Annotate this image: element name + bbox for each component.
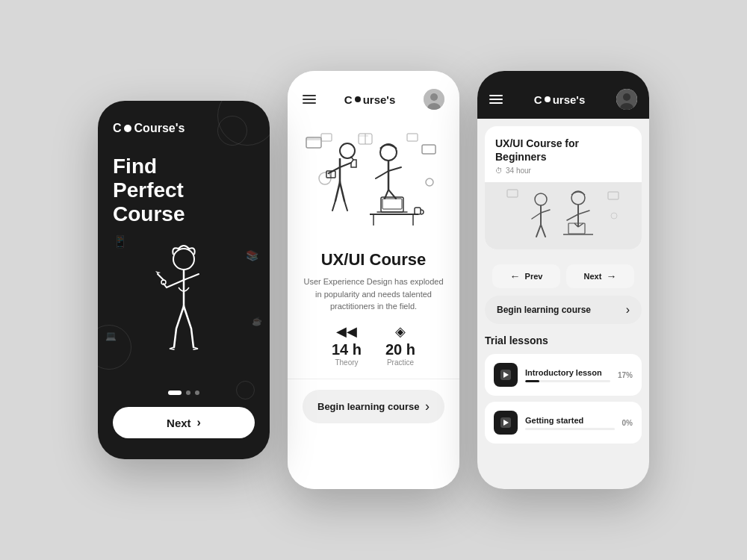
svg-point-13	[319, 172, 331, 184]
logo-light: C urse's	[344, 93, 395, 106]
svg-rect-20	[382, 199, 402, 209]
dot-3	[195, 391, 199, 395]
lesson-item-1[interactable]: Introductory lesson 17%	[485, 354, 642, 396]
logo3-text: urse's	[553, 93, 586, 106]
float-laptop-icon: 💻	[105, 331, 117, 341]
svg-rect-33	[608, 192, 619, 199]
screen-3-body: Begin learning course › Trial lessons In…	[477, 296, 649, 489]
course-card: UX/UI Course for Beginners ⏱ 34 hour	[485, 126, 642, 249]
next-label: Next	[167, 417, 191, 429]
dots-indicator	[168, 391, 199, 395]
svg-point-0	[173, 249, 194, 270]
lesson-icon-1	[494, 363, 518, 387]
play-icon	[500, 369, 512, 381]
logo2-text: urse's	[363, 93, 396, 106]
dot-1	[168, 391, 182, 395]
float-cup-icon: ☕	[252, 317, 262, 326]
svg-point-14	[340, 143, 355, 158]
practice-label: Practice	[385, 358, 415, 367]
float-phone-icon: 📱	[113, 234, 128, 249]
begin-arrow-icon: ›	[425, 399, 430, 414]
course-card-header: UX/UI Course for Beginners ⏱ 34 hour	[485, 126, 642, 182]
course-card-time: ⏱ 34 hour	[495, 167, 631, 175]
logo2-dot	[355, 96, 361, 102]
lesson-progress-fill-1	[525, 380, 539, 382]
begin-label-3: Begin learning course	[497, 305, 591, 315]
hamburger-menu[interactable]	[303, 95, 316, 104]
screen-1-illustration: 📱 📚 💻 ☕	[98, 227, 270, 379]
screen-1-title: Find Perfect Course	[98, 143, 270, 227]
svg-rect-32	[507, 190, 518, 197]
begin-label: Begin learning course	[317, 401, 420, 412]
lesson-info-1: Introductory lesson	[525, 368, 610, 382]
logo: C Course's	[113, 122, 185, 135]
course-description: User Experience Design has exploded in p…	[303, 276, 444, 313]
play-icon-2	[500, 417, 512, 429]
hamburger-line-1	[303, 95, 316, 96]
logo-3: C urse's	[534, 93, 585, 106]
title-line1: Find	[113, 155, 255, 178]
logo3-c: C	[534, 93, 542, 106]
logo-text: Course's	[134, 122, 185, 135]
trial-title: Trial lessons	[485, 335, 642, 346]
next-arrow-icon: ›	[197, 416, 201, 429]
time-text: 34 hour	[506, 167, 531, 175]
svg-rect-12	[321, 134, 332, 141]
practice-icon: ◈	[385, 323, 415, 340]
prev-label: Prev	[525, 272, 543, 281]
svg-point-5	[430, 93, 438, 101]
lesson-pct-2: 0%	[622, 419, 633, 427]
hamburger-line-w1	[489, 95, 503, 96]
lesson-pct-1: 17%	[618, 371, 633, 379]
begin-arrow-icon-3: ›	[626, 303, 630, 317]
logo2-c: C	[344, 93, 353, 106]
hamburger-line-2	[303, 99, 316, 100]
svg-point-30	[623, 93, 630, 101]
screen-2-content: UX/UI Course User Experience Design has …	[288, 238, 459, 489]
course-card-title: UX/UI Course for Beginners	[495, 137, 631, 164]
person-illustration	[150, 243, 217, 362]
next-button-3[interactable]: Next →	[566, 264, 635, 288]
logo-c: C	[113, 122, 122, 135]
theory-value: 14 h	[332, 341, 362, 358]
prev-button[interactable]: ← Prev	[492, 264, 561, 288]
svg-marker-3	[155, 271, 161, 274]
avatar[interactable]	[424, 89, 444, 110]
lesson-item-2[interactable]: Getting started 0%	[485, 402, 642, 444]
lesson-info-2: Getting started	[525, 416, 615, 430]
logo3-dot	[545, 96, 551, 102]
theory-label: Theory	[332, 358, 362, 367]
title-line2: Perfect Course	[113, 178, 255, 226]
svg-rect-19	[381, 197, 403, 212]
divider	[288, 379, 459, 379]
avatar-3[interactable]	[616, 89, 637, 110]
lesson-icon-2	[494, 411, 518, 435]
stat-theory: ◀◀ 14 h Theory	[332, 323, 362, 367]
screen-3-detail: C urse's UX/UI Course for Beginners ⏱ 34…	[477, 71, 649, 489]
svg-rect-8	[306, 138, 321, 140]
begin-learning-button[interactable]: Begin learning course ›	[303, 390, 444, 423]
lesson-progress-bar-2	[525, 428, 615, 430]
course-card-image	[485, 182, 642, 249]
svg-point-35	[535, 193, 547, 205]
stats-row: ◀◀ 14 h Theory ◈ 20 h Practice	[303, 323, 444, 367]
hamburger-line-w3	[489, 102, 503, 104]
svg-rect-25	[415, 208, 421, 214]
lesson-progress-bar-1	[525, 380, 610, 382]
lesson-name-2: Getting started	[525, 416, 615, 425]
next-button[interactable]: Next ›	[113, 407, 255, 438]
begin-learning-button-3[interactable]: Begin learning course ›	[485, 296, 642, 324]
stat-practice: ◈ 20 h Practice	[385, 323, 415, 367]
screen-3-header: C urse's	[477, 71, 649, 119]
screen-2-illustration	[288, 119, 459, 238]
svg-line-2	[158, 274, 164, 280]
screen-1-dark: C Course's Find Perfect Course 📱 📚 💻 ☕	[98, 101, 270, 459]
group-illustration	[303, 130, 444, 227]
hamburger-menu-3[interactable]	[489, 95, 503, 104]
next-label-3: Next	[584, 272, 602, 281]
nav-row: ← Prev Next →	[477, 257, 649, 296]
screen-1-bottom: Next ›	[98, 379, 270, 459]
svg-point-34	[611, 213, 617, 219]
course-title: UX/UI Course	[303, 250, 444, 270]
svg-rect-9	[422, 145, 436, 154]
